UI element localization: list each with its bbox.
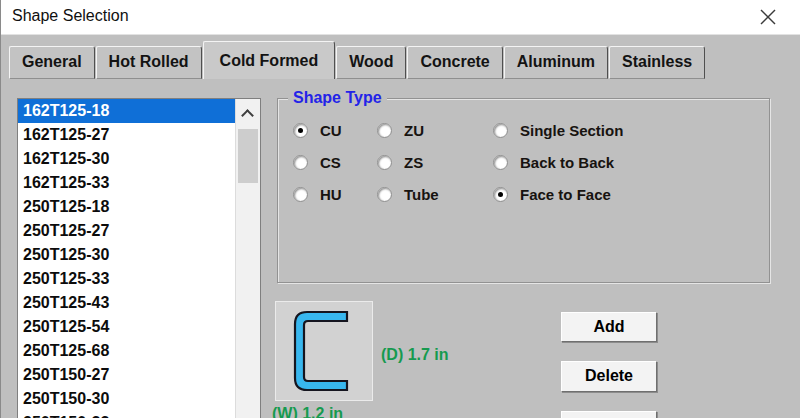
delete-button[interactable]: Delete (561, 361, 657, 392)
radio-single-section[interactable]: Single Section (493, 122, 623, 139)
title-bar: Shape Selection (1, 0, 800, 34)
list-item[interactable]: 250T125-33 (18, 267, 235, 291)
radio-cu[interactable]: CU (293, 122, 377, 139)
tab-general[interactable]: General (9, 46, 95, 79)
tab-hot-rolled[interactable]: Hot Rolled (96, 46, 202, 79)
radio-button-icon (293, 123, 308, 138)
shape-selection-dialog: Shape Selection General Hot Rolled Cold … (0, 0, 800, 418)
list-item[interactable]: 250T150-30 (18, 387, 235, 411)
dialog-title: Shape Selection (12, 7, 129, 25)
radio-zs[interactable]: ZS (377, 154, 493, 171)
close-icon (758, 7, 778, 27)
radio-face-to-face[interactable]: Face to Face (493, 186, 623, 203)
list-item[interactable]: 162T125-33 (18, 171, 235, 195)
tab-stainless[interactable]: Stainless (609, 46, 705, 79)
list-item[interactable]: 250T125-18 (18, 195, 235, 219)
scrollbar-thumb[interactable] (238, 129, 258, 183)
tab-aluminum[interactable]: Aluminum (504, 46, 608, 79)
list-item[interactable]: 250T150-33 (18, 411, 235, 418)
tab-cold-formed[interactable]: Cold Formed (203, 41, 336, 79)
scroll-up-button[interactable] (236, 99, 260, 127)
radio-button-icon (293, 187, 308, 202)
list-item[interactable]: 250T125-43 (18, 291, 235, 315)
tab-concrete[interactable]: Concrete (407, 46, 502, 79)
list-item[interactable]: 250T125-30 (18, 243, 235, 267)
list-item[interactable]: 250T125-27 (18, 219, 235, 243)
add-button[interactable]: Add (561, 312, 657, 342)
tab-wood[interactable]: Wood (336, 46, 406, 79)
partial-button[interactable] (561, 411, 657, 418)
list-item[interactable]: 162T125-27 (18, 123, 235, 147)
shape-list: 162T125-18 162T125-27 162T125-30 162T125… (17, 98, 261, 418)
shape-type-options: CU ZU Single Section CS ZS (293, 122, 623, 203)
list-item[interactable]: 250T125-68 (18, 339, 235, 363)
close-button[interactable] (758, 7, 778, 27)
radio-button-icon (377, 187, 392, 202)
radio-cs[interactable]: CS (293, 154, 377, 171)
radio-button-icon (293, 155, 308, 170)
shape-preview-panel (275, 301, 373, 401)
radio-back-to-back[interactable]: Back to Back (493, 154, 623, 171)
list-item[interactable]: 162T125-18 (18, 99, 235, 123)
radio-button-icon (493, 123, 508, 138)
list-scrollbar[interactable] (235, 99, 260, 418)
tab-bar: General Hot Rolled Cold Formed Wood Conc… (9, 43, 706, 79)
scroll-up-icon (241, 109, 254, 122)
shape-list-items: 162T125-18 162T125-27 162T125-30 162T125… (18, 99, 235, 418)
shape-type-title: Shape Type (288, 89, 387, 107)
radio-button-icon (493, 187, 508, 202)
depth-dimension-label: (D) 1.7 in (381, 346, 449, 364)
radio-button-icon (377, 155, 392, 170)
radio-button-icon (493, 155, 508, 170)
dialog-body: General Hot Rolled Cold Formed Wood Conc… (1, 34, 800, 418)
list-item[interactable]: 250T125-54 (18, 315, 235, 339)
channel-section-icon (276, 302, 372, 400)
radio-hu[interactable]: HU (293, 186, 377, 203)
shape-type-group: Shape Type CU ZU Single Section CS (277, 98, 770, 283)
list-item[interactable]: 162T125-30 (18, 147, 235, 171)
width-dimension-label: (W) 1.2 in (272, 405, 343, 418)
list-item[interactable]: 250T150-27 (18, 363, 235, 387)
radio-tube[interactable]: Tube (377, 186, 493, 203)
radio-zu[interactable]: ZU (377, 122, 493, 139)
radio-button-icon (377, 123, 392, 138)
